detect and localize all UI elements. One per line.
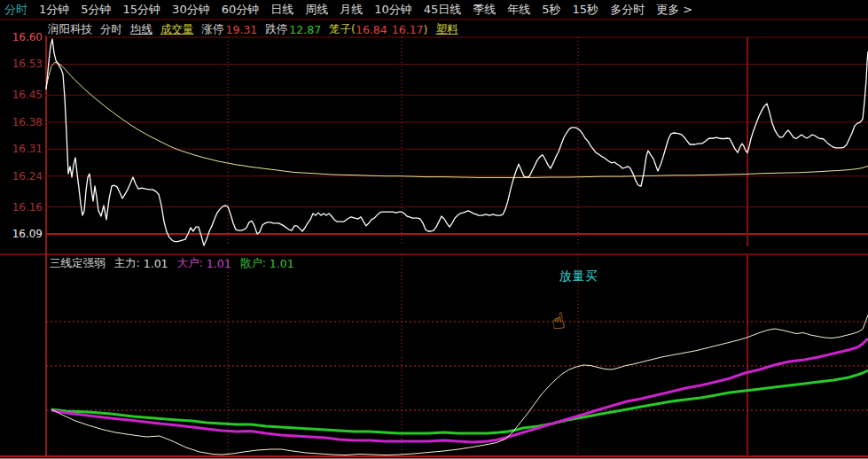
limit-up-value: 19.31 <box>226 23 258 36</box>
tab-fenshi[interactable]: 分时 <box>100 22 122 37</box>
menu-item-5[interactable]: 60分钟 <box>222 2 260 18</box>
menu-item-16[interactable]: 更多 > <box>656 2 692 18</box>
limit-up-label: 涨停 <box>202 22 224 37</box>
price-tick-16.38: 16.38 <box>0 117 43 128</box>
menu-item-10[interactable]: 45日线 <box>424 2 462 18</box>
cage-low-value: 16.17 <box>392 23 424 36</box>
link-volume[interactable]: 成交量 <box>160 22 194 37</box>
limit-down-value: 12.87 <box>289 23 321 36</box>
price-tick-16.31: 16.31 <box>0 144 43 154</box>
zhuli-value: 1.01 <box>144 257 168 270</box>
menu-item-1[interactable]: 1分钟 <box>39 2 69 18</box>
menu-item-9[interactable]: 10分钟 <box>374 2 412 18</box>
price-tick-16.16: 16.16 <box>0 202 43 213</box>
menu-item-13[interactable]: 5秒 <box>542 2 560 18</box>
menu-item-4[interactable]: 30分钟 <box>172 2 210 18</box>
menu-item-0[interactable]: 分时 <box>4 2 27 18</box>
buy-signal-annotation: 放量买 <box>559 268 598 284</box>
indicator-name[interactable]: 三线定强弱 <box>50 256 106 271</box>
indicator-header: 三线定强弱 主力: 1.01 大户: 1.01 散户: 1.01 <box>50 256 298 271</box>
menu-item-8[interactable]: 月线 <box>340 2 363 18</box>
info-bar: 润阳科技 分时 均线 成交量 涨停 19.31 跌停 12.87 笼子( 16.… <box>48 22 465 37</box>
menu-item-7[interactable]: 周线 <box>305 2 328 18</box>
trading-app-window: 分时1分钟5分钟15分钟30分钟60分钟日线周线月线10分钟45日线季线年线5秒… <box>0 0 868 459</box>
cage-label: 笼子( <box>329 22 356 37</box>
avg-price-line <box>46 62 868 177</box>
menu-item-11[interactable]: 季线 <box>473 2 496 18</box>
dahu-label: 大户: <box>177 256 203 271</box>
price-tick-16.45: 16.45 <box>0 89 43 100</box>
menu-item-6[interactable]: 日线 <box>270 2 293 18</box>
price-tick-16.60: 16.60 <box>0 32 43 43</box>
stock-name: 润阳科技 <box>48 22 92 37</box>
cage-high-value: 16.84 <box>356 23 387 36</box>
sanhu-label: 散户: <box>240 256 266 271</box>
limit-down-label: 跌停 <box>265 22 287 37</box>
price-tick-16.53: 16.53 <box>0 58 43 69</box>
sanhu-value: 1.01 <box>270 257 294 270</box>
price-tick-16.09: 16.09 <box>0 229 43 239</box>
price-tick-16.24: 16.24 <box>0 171 43 182</box>
menu-item-15[interactable]: 多分时 <box>610 2 645 18</box>
period-menubar: 分时1分钟5分钟15分钟30分钟60分钟日线周线月线10分钟45日线季线年线5秒… <box>0 0 868 19</box>
menu-item-14[interactable]: 15秒 <box>573 2 599 18</box>
price-line <box>46 39 868 245</box>
link-junxian[interactable]: 均线 <box>130 22 152 37</box>
chart-canvas[interactable] <box>0 0 868 459</box>
link-suliao[interactable]: 塑料 <box>435 22 457 37</box>
zhuli-label: 主力: <box>114 256 140 271</box>
dahu-value: 1.01 <box>207 257 231 270</box>
cage-suffix: ) <box>424 23 428 36</box>
menu-item-2[interactable]: 5分钟 <box>81 2 111 18</box>
menu-item-12[interactable]: 年线 <box>507 2 530 18</box>
menu-item-3[interactable]: 15分钟 <box>123 2 161 18</box>
